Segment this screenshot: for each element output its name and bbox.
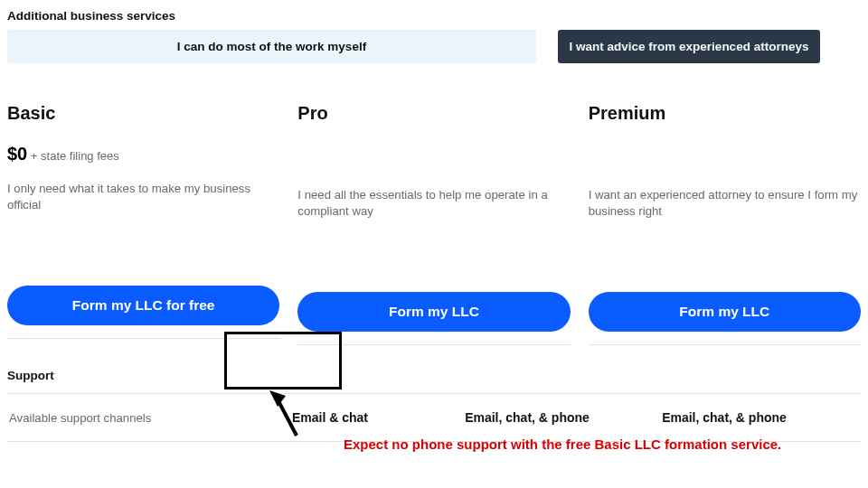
plans-row: Basic $0 + state filing fees I only need…: [7, 103, 861, 345]
support-pro-value: Email, chat, & phone: [429, 410, 626, 425]
highlight-box: [224, 332, 342, 389]
cta-premium[interactable]: Form my LLC: [589, 292, 861, 332]
plan-name-pro: Pro: [297, 103, 570, 124]
tab-diy[interactable]: I can do most of the work myself: [7, 30, 536, 63]
plan-premium: Premium I want an experienced attorney t…: [589, 103, 861, 345]
annotation-text: Expect no phone support with the free Ba…: [344, 435, 781, 454]
plan-blurb-pro: I need all the essentials to help me ope…: [297, 187, 570, 221]
cta-basic[interactable]: Form my LLC for free: [7, 286, 279, 325]
plan-pro: Pro I need all the essentials to help me…: [297, 103, 570, 345]
plan-name-premium: Premium: [589, 103, 861, 124]
tab-attorney[interactable]: I want advice from experienced attorneys: [558, 30, 820, 63]
support-heading: Support: [7, 369, 861, 382]
support-row-label: Available support channels: [7, 411, 231, 425]
tabs-row: I can do most of the work myself I want …: [7, 30, 861, 63]
plan-price-basic: $0 + state filing fees: [7, 144, 279, 164]
price-suffix: + state filing fees: [27, 149, 119, 163]
plan-blurb-premium: I want an experienced attorney to ensure…: [589, 187, 861, 221]
section-title: Additional business services: [7, 9, 861, 23]
plan-blurb-basic: I only need what it takes to make my bus…: [7, 181, 279, 215]
price-amount: $0: [7, 144, 27, 164]
plan-basic: Basic $0 + state filing fees I only need…: [7, 103, 279, 345]
plan-name-basic: Basic: [7, 103, 279, 124]
divider: [589, 344, 861, 345]
cta-pro[interactable]: Form my LLC: [297, 292, 570, 332]
support-basic-value: Email & chat: [231, 410, 429, 425]
support-premium-value: Email, chat, & phone: [626, 410, 823, 425]
